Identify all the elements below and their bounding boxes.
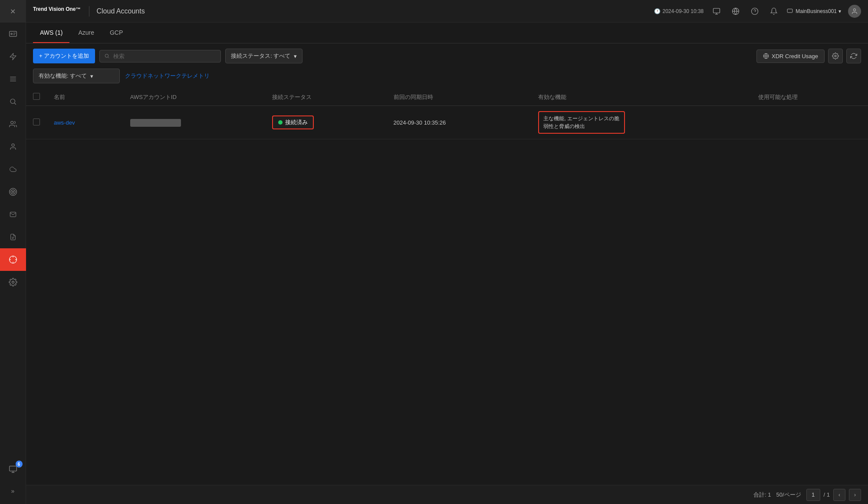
- row-checkbox-cell: [26, 106, 47, 139]
- col-aws-id: AWSアカウントID: [123, 89, 265, 106]
- page-separator: / 1: [824, 491, 830, 498]
- pagination: / 1 ‹ ›: [806, 489, 861, 501]
- col-checkbox: [26, 89, 47, 106]
- row-features-cell: 主な機能, エージェントレスの脆弱性と脅威の検出: [531, 106, 751, 139]
- apps-icon-btn[interactable]: [730, 5, 742, 17]
- header-divider: [89, 6, 89, 16]
- sidebar-item-users[interactable]: [0, 113, 26, 135]
- sidebar-item-search[interactable]: [0, 90, 26, 113]
- status-filter[interactable]: 接続ステータス: すべて ▾: [225, 49, 302, 63]
- sidebar-item-crosshair[interactable]: [0, 248, 26, 271]
- svg-point-12: [11, 190, 15, 194]
- content: AWS (1) Azure GCP + アカウントを追加 接続ステータス: すべ…: [26, 23, 868, 485]
- status-dot: [278, 120, 283, 125]
- sidebar-top: ✕: [0, 0, 26, 293]
- row-actions-cell: [751, 106, 868, 139]
- select-all-checkbox[interactable]: [33, 93, 40, 100]
- svg-rect-22: [9, 466, 16, 471]
- row-aws-id-cell: ●●●●●●●●●●●: [123, 106, 265, 139]
- page-title: Cloud Accounts: [96, 7, 654, 15]
- svg-point-10: [12, 144, 14, 146]
- svg-point-7: [10, 99, 15, 104]
- tab-azure[interactable]: Azure: [71, 23, 101, 43]
- sidebar-item-cross[interactable]: ✕: [0, 0, 26, 23]
- row-checkbox[interactable]: [33, 119, 40, 125]
- row-last-sync-cell: 2024-09-30 10:35:26: [387, 106, 532, 139]
- add-account-button[interactable]: + アカウントを追加: [33, 49, 95, 63]
- tab-gcp[interactable]: GCP: [103, 23, 130, 43]
- svg-point-9: [10, 121, 13, 124]
- col-features: 有効な機能: [531, 89, 751, 106]
- sidebar-item-target[interactable]: [0, 181, 26, 203]
- accounts-table: 名前 AWSアカウントID 接続ステータス 前回の同期日時 有効な機能 使用可能…: [26, 89, 868, 139]
- col-actions: 使用可能な処理: [751, 89, 868, 106]
- xdr-icon: [763, 53, 769, 59]
- account-selector[interactable]: MainBusiness001 ▾: [787, 8, 841, 14]
- feature-value: 主な機能, エージェントレスの脆弱性と脅威の検出: [538, 111, 625, 134]
- svg-point-33: [853, 9, 855, 11]
- search-input[interactable]: [113, 53, 216, 59]
- account-name-link[interactable]: aws-dev: [54, 119, 75, 126]
- next-page-button[interactable]: ›: [849, 489, 861, 501]
- clock-icon: 🕐: [654, 8, 661, 14]
- bell-icon-btn[interactable]: [768, 5, 780, 17]
- settings-button[interactable]: [828, 49, 843, 63]
- sidebar-bottom: 6 »: [0, 458, 26, 504]
- svg-point-30: [752, 8, 758, 14]
- xdr-credit-usage-button[interactable]: XDR Credit Usage: [756, 49, 825, 63]
- per-page-label: 50/ページ: [776, 491, 801, 499]
- sidebar-item-lightning[interactable]: [0, 45, 26, 68]
- search-icon: [104, 53, 110, 59]
- chevron-down-icon: ▾: [90, 73, 93, 79]
- toolbar-right: XDR Credit Usage: [756, 49, 861, 63]
- header-datetime: 🕐 2024-09-30 10:38: [654, 8, 704, 14]
- svg-point-34: [105, 54, 108, 58]
- telemetry-link[interactable]: クラウドネットワークテレメトリ: [125, 72, 210, 80]
- svg-point-13: [12, 191, 13, 192]
- avatar[interactable]: [848, 5, 861, 18]
- sidebar-item-mail[interactable]: [0, 203, 26, 226]
- sidebar-item-list[interactable]: [0, 68, 26, 90]
- status-badge: 接続済み: [272, 115, 314, 129]
- page-input[interactable]: [806, 489, 820, 501]
- chevron-down-icon: ▾: [838, 8, 841, 14]
- svg-point-38: [835, 55, 836, 57]
- footer: 合計: 1 50/ページ / 1 ‹ ›: [26, 485, 868, 504]
- total-label: 合計: 1: [753, 491, 771, 499]
- table-container: 名前 AWSアカウントID 接続ステータス 前回の同期日時 有効な機能 使用可能…: [26, 89, 868, 485]
- search-box: [99, 50, 221, 63]
- tab-aws[interactable]: AWS (1): [33, 23, 69, 43]
- svg-point-21: [12, 281, 14, 283]
- svg-rect-25: [713, 8, 720, 13]
- app-logo: Trend Vision One™: [33, 6, 80, 16]
- sidebar-item-notifications[interactable]: 6: [0, 458, 26, 481]
- sidebar-expand[interactable]: »: [0, 482, 26, 500]
- header: Trend Vision One™ Cloud Accounts 🕐 2024-…: [26, 0, 868, 23]
- sidebar-item-gear[interactable]: [0, 271, 26, 293]
- table-row: aws-dev ●●●●●●●●●●● 接続済み 2024-0: [26, 106, 868, 139]
- sidebar-item-id-card[interactable]: [0, 23, 26, 45]
- header-right: 🕐 2024-09-30 10:38 MainBusiness001 ▾: [654, 5, 861, 18]
- col-last-sync: 前回の同期日時: [387, 89, 532, 106]
- refresh-button[interactable]: [846, 49, 861, 63]
- sidebar-item-user[interactable]: [0, 135, 26, 158]
- feature-filter[interactable]: 有効な機能: すべて ▾: [33, 69, 120, 83]
- row-name-cell: aws-dev: [47, 106, 123, 139]
- sidebar-item-cloud[interactable]: [0, 158, 26, 181]
- sidebar-item-document[interactable]: [0, 226, 26, 248]
- col-name: 名前: [47, 89, 123, 106]
- svg-point-1: [11, 33, 12, 34]
- prev-page-button[interactable]: ‹: [833, 489, 845, 501]
- aws-account-id: ●●●●●●●●●●●: [130, 119, 181, 127]
- sidebar: ✕: [0, 0, 26, 504]
- svg-rect-32: [787, 9, 792, 12]
- svg-line-35: [108, 57, 109, 58]
- notes-icon-btn[interactable]: [710, 5, 723, 17]
- help-icon-btn[interactable]: [749, 5, 761, 17]
- status-label: 接続済み: [285, 119, 308, 126]
- row-status-cell: 接続済み: [265, 106, 387, 139]
- chevron-down-icon: ▾: [294, 53, 297, 59]
- main-content: Trend Vision One™ Cloud Accounts 🕐 2024-…: [26, 0, 868, 504]
- last-sync-value: 2024-09-30 10:35:26: [394, 119, 446, 126]
- table-header-row: 名前 AWSアカウントID 接続ステータス 前回の同期日時 有効な機能 使用可能…: [26, 89, 868, 106]
